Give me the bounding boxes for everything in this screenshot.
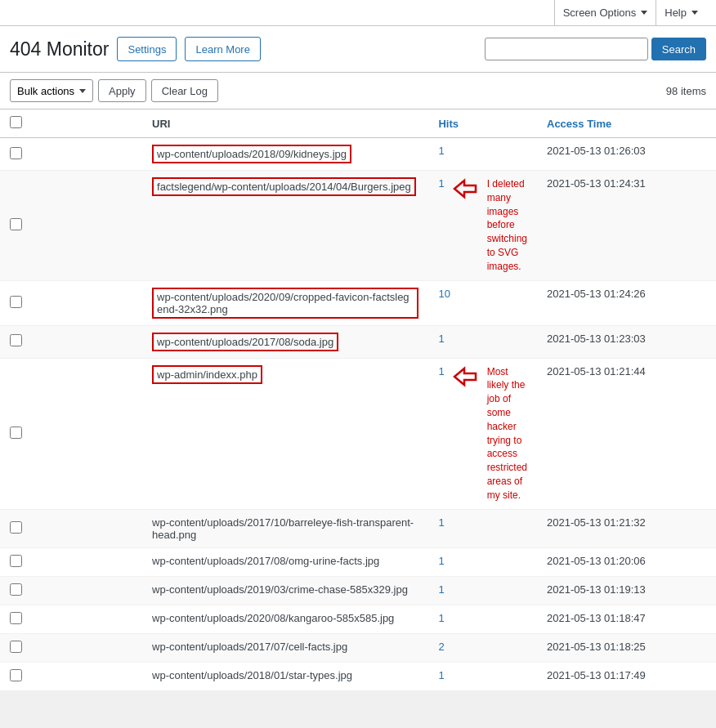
annotation-wrapper: 1 Most likely the job of some hacker try… bbox=[438, 365, 527, 502]
row-hits: 10 bbox=[428, 280, 537, 325]
log-table: URI Hits Access Time wp-content/uploads/… bbox=[0, 109, 716, 691]
row-access-time: 2021-05-13 01:23:03 bbox=[537, 325, 716, 358]
row-checkbox-cell bbox=[0, 325, 142, 358]
row-uri: wp-content/uploads/2018/01/star-types.jp… bbox=[142, 662, 428, 690]
table-row: wp-content/uploads/2018/09/kidneys.jpg12… bbox=[0, 138, 716, 171]
svg-marker-0 bbox=[454, 181, 476, 197]
row-uri: wp-content/uploads/2017/10/barreleye-fis… bbox=[142, 509, 428, 547]
row-checkbox-cell bbox=[0, 171, 142, 281]
table-row: wp-content/uploads/2017/08/omg-urine-fac… bbox=[0, 547, 716, 576]
row-checkbox[interactable] bbox=[10, 583, 22, 596]
row-access-time: 2021-05-13 01:18:25 bbox=[537, 633, 716, 662]
row-access-time: 2021-05-13 01:26:03 bbox=[537, 138, 716, 171]
left-arrow-icon bbox=[451, 177, 481, 200]
uri-highlighted-text: wp-content/uploads/2020/09/cropped-favic… bbox=[152, 288, 418, 319]
row-checkbox-cell bbox=[0, 280, 142, 325]
help-label: Help bbox=[665, 7, 687, 19]
table-row: wp-content/uploads/2020/09/cropped-favic… bbox=[0, 280, 716, 325]
row-hits: 1 bbox=[428, 605, 537, 633]
table-wrap: URI Hits Access Time wp-content/uploads/… bbox=[0, 109, 716, 691]
row-uri: wp-content/uploads/2017/07/cell-facts.jp… bbox=[142, 633, 428, 662]
row-checkbox[interactable] bbox=[10, 612, 22, 624]
row-checkbox[interactable] bbox=[10, 296, 22, 308]
col-header-access[interactable]: Access Time bbox=[537, 109, 716, 138]
row-uri: wp-content/uploads/2019/03/crime-chase-5… bbox=[142, 576, 428, 605]
row-checkbox-cell bbox=[0, 358, 142, 509]
annotation-text: I deleted many images before switching t… bbox=[487, 177, 527, 274]
learn-more-button[interactable]: Learn More bbox=[185, 37, 260, 61]
col-header-hits[interactable]: Hits bbox=[428, 109, 537, 138]
row-access-time: 2021-05-13 01:19:13 bbox=[537, 576, 716, 605]
row-access-time: 2021-05-13 01:24:31 bbox=[537, 171, 716, 281]
row-uri: wp-content/uploads/2018/09/kidneys.jpg bbox=[142, 138, 428, 171]
row-hits: 1 Most likely the job of some hacker try… bbox=[428, 358, 537, 509]
row-uri: wp-content/uploads/2020/09/cropped-favic… bbox=[142, 280, 428, 325]
chevron-down-icon bbox=[691, 11, 698, 15]
page-header: 404 Monitor Settings Learn More Search bbox=[0, 26, 716, 73]
hits-value: 1 bbox=[438, 365, 444, 377]
row-hits: 1 bbox=[428, 138, 537, 171]
settings-button[interactable]: Settings bbox=[117, 37, 177, 61]
uri-highlighted-text: wp-content/uploads/2018/09/kidneys.jpg bbox=[152, 145, 351, 163]
screen-options-button[interactable]: Screen Options bbox=[554, 0, 657, 26]
row-checkbox[interactable] bbox=[10, 427, 22, 439]
uri-highlighted-text: wp-content/uploads/2017/08/soda.jpg bbox=[152, 333, 338, 351]
hits-value: 1 bbox=[438, 177, 444, 190]
toolbar-left: Bulk actions Apply Clear Log bbox=[10, 79, 218, 102]
row-checkbox-cell bbox=[0, 138, 142, 171]
row-checkbox-cell bbox=[0, 605, 142, 633]
table-row: wp-content/uploads/2017/08/soda.jpg12021… bbox=[0, 325, 716, 358]
table-row: wp-content/uploads/2018/01/star-types.jp… bbox=[0, 662, 716, 690]
row-hits: 1 bbox=[428, 325, 537, 358]
row-hits: 1 bbox=[428, 662, 537, 690]
row-checkbox[interactable] bbox=[10, 555, 22, 567]
help-button[interactable]: Help bbox=[656, 0, 706, 26]
annotation-text: Most likely the job of some hacker tryin… bbox=[487, 365, 527, 502]
search-button[interactable]: Search bbox=[651, 38, 706, 60]
search-area: Search bbox=[485, 33, 706, 65]
clear-log-button[interactable]: Clear Log bbox=[151, 79, 218, 102]
row-hits: 1 bbox=[428, 509, 537, 547]
table-row: wp-admin/indexx.php1 Most likely the job… bbox=[0, 358, 716, 509]
row-checkbox-cell bbox=[0, 662, 142, 690]
search-input[interactable] bbox=[485, 38, 648, 60]
row-checkbox[interactable] bbox=[10, 147, 22, 159]
table-row: wp-content/uploads/2017/07/cell-facts.jp… bbox=[0, 633, 716, 662]
row-hits: 2 bbox=[428, 633, 537, 662]
row-hits: 1 bbox=[428, 576, 537, 605]
title-row: 404 Monitor Settings Learn More Search bbox=[10, 33, 706, 72]
row-checkbox-cell bbox=[0, 509, 142, 547]
uri-highlighted-text: factslegend/wp-content/uploads/2014/04/B… bbox=[152, 177, 416, 196]
chevron-down-icon bbox=[641, 11, 647, 15]
table-row: wp-content/uploads/2020/08/kangaroo-585x… bbox=[0, 605, 716, 633]
row-checkbox[interactable] bbox=[10, 641, 22, 653]
row-access-time: 2021-05-13 01:21:44 bbox=[537, 358, 716, 509]
apply-button[interactable]: Apply bbox=[98, 79, 146, 102]
items-count: 98 items bbox=[666, 85, 706, 97]
row-hits: 1 I deleted many images before switching… bbox=[428, 171, 537, 281]
row-checkbox[interactable] bbox=[10, 521, 22, 534]
row-access-time: 2021-05-13 01:21:32 bbox=[537, 509, 716, 547]
chevron-down-icon bbox=[79, 89, 86, 93]
uri-highlighted-text: wp-admin/indexx.php bbox=[152, 365, 262, 384]
row-hits: 1 bbox=[428, 547, 537, 576]
top-bar: Screen Options Help bbox=[0, 0, 716, 26]
row-uri: wp-content/uploads/2017/08/soda.jpg bbox=[142, 325, 428, 358]
page-title: 404 Monitor bbox=[10, 38, 109, 60]
table-row: factslegend/wp-content/uploads/2014/04/B… bbox=[0, 171, 716, 281]
bulk-actions-label: Bulk actions bbox=[17, 85, 74, 97]
row-access-time: 2021-05-13 01:18:47 bbox=[537, 605, 716, 633]
select-all-header[interactable] bbox=[0, 109, 142, 138]
left-arrow-icon bbox=[451, 365, 481, 388]
row-checkbox[interactable] bbox=[10, 669, 22, 681]
row-checkbox[interactable] bbox=[10, 218, 22, 230]
row-uri: factslegend/wp-content/uploads/2014/04/B… bbox=[142, 171, 428, 281]
select-all-checkbox[interactable] bbox=[10, 116, 22, 128]
row-uri: wp-content/uploads/2017/08/omg-urine-fac… bbox=[142, 547, 428, 576]
col-header-uri: URI bbox=[142, 109, 428, 138]
row-access-time: 2021-05-13 01:17:49 bbox=[537, 662, 716, 690]
row-access-time: 2021-05-13 01:20:06 bbox=[537, 547, 716, 576]
row-checkbox[interactable] bbox=[10, 334, 22, 346]
row-checkbox-cell bbox=[0, 633, 142, 662]
bulk-actions-dropdown[interactable]: Bulk actions bbox=[10, 79, 93, 102]
